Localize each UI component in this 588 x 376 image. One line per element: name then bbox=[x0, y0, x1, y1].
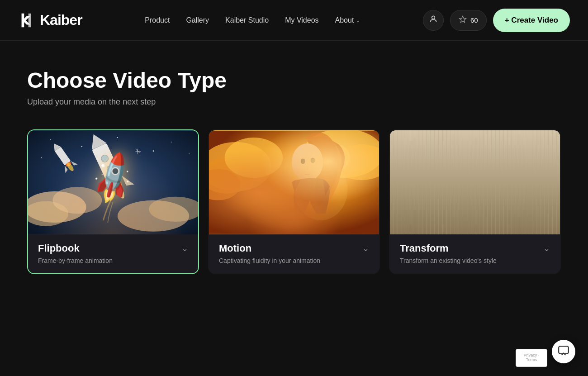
svg-point-13 bbox=[118, 200, 189, 232]
user-profile-button[interactable] bbox=[423, 10, 444, 31]
svg-rect-71 bbox=[421, 217, 422, 234]
svg-point-38 bbox=[303, 130, 379, 178]
header-right: 60 + Create Video bbox=[423, 9, 570, 32]
svg-rect-89 bbox=[502, 217, 503, 234]
card-motion-image bbox=[209, 130, 379, 234]
svg-point-44 bbox=[294, 158, 348, 221]
page-subtitle: Upload your media on the next step bbox=[27, 97, 561, 107]
svg-rect-78 bbox=[453, 217, 454, 234]
chat-icon bbox=[558, 345, 569, 358]
logo[interactable]: Kaiber bbox=[18, 12, 82, 29]
svg-rect-54 bbox=[529, 149, 541, 157]
svg-point-29 bbox=[66, 162, 75, 172]
svg-point-14 bbox=[149, 197, 198, 222]
svg-marker-19 bbox=[100, 182, 113, 198]
svg-rect-46 bbox=[390, 131, 560, 211]
credits-icon bbox=[459, 15, 467, 25]
card-transform-bottom: Transform Transform an existing video's … bbox=[390, 234, 560, 273]
card-flipbook-chevron-down-icon[interactable]: ⌄ bbox=[181, 243, 188, 253]
svg-rect-62 bbox=[390, 215, 560, 234]
svg-point-7 bbox=[153, 150, 154, 152]
card-transform[interactable]: Transform Transform an existing video's … bbox=[389, 129, 561, 274]
card-flipbook-desc: Frame-by-frame animation bbox=[38, 257, 181, 264]
svg-rect-77 bbox=[448, 217, 450, 234]
svg-point-6 bbox=[171, 142, 172, 143]
svg-rect-106 bbox=[390, 227, 560, 234]
svg-rect-67 bbox=[403, 217, 405, 234]
header: Kaiber Product Gallery Kaiber Studio My … bbox=[0, 0, 588, 41]
credits-count: 60 bbox=[470, 16, 478, 24]
create-video-button[interactable]: + Create Video bbox=[493, 9, 570, 32]
svg-rect-59 bbox=[511, 161, 523, 169]
svg-rect-80 bbox=[461, 217, 463, 234]
svg-rect-72 bbox=[426, 217, 427, 234]
card-transform-desc: Transform an existing video's style bbox=[400, 257, 543, 264]
svg-rect-99 bbox=[546, 217, 548, 234]
logo-icon bbox=[18, 12, 35, 29]
svg-rect-55 bbox=[546, 149, 559, 157]
card-transform-chevron-down-icon[interactable]: ⌄ bbox=[543, 243, 550, 253]
nav-kaiber-studio[interactable]: Kaiber Studio bbox=[225, 16, 269, 24]
svg-rect-100 bbox=[551, 217, 552, 234]
video-type-cards: Flipbook Frame-by-frame animation ⌄ bbox=[27, 129, 561, 274]
svg-point-40 bbox=[301, 141, 350, 175]
svg-rect-75 bbox=[439, 217, 441, 234]
card-flipbook-image bbox=[28, 130, 198, 234]
svg-rect-98 bbox=[542, 217, 543, 234]
svg-rect-65 bbox=[394, 217, 396, 234]
svg-rect-64 bbox=[390, 217, 391, 234]
svg-marker-20 bbox=[122, 172, 134, 188]
svg-rect-97 bbox=[538, 217, 539, 234]
svg-point-3 bbox=[50, 139, 51, 140]
svg-rect-51 bbox=[453, 149, 465, 157]
svg-point-17 bbox=[100, 154, 109, 163]
svg-point-28 bbox=[65, 161, 72, 167]
recaptcha-text: Privacy · Terms bbox=[522, 353, 541, 362]
svg-rect-2 bbox=[28, 131, 198, 234]
svg-rect-83 bbox=[475, 217, 476, 234]
svg-rect-52 bbox=[493, 149, 506, 157]
svg-rect-94 bbox=[524, 217, 526, 234]
svg-point-12 bbox=[52, 187, 102, 214]
nav-gallery[interactable]: Gallery bbox=[186, 16, 209, 24]
svg-rect-87 bbox=[493, 217, 494, 234]
svg-rect-85 bbox=[484, 217, 485, 234]
card-motion[interactable]: Motion Captivating fluidity in your anim… bbox=[208, 129, 380, 274]
svg-rect-84 bbox=[479, 217, 481, 234]
svg-point-36 bbox=[225, 138, 283, 178]
nav-about[interactable]: About ⌄ bbox=[335, 16, 360, 24]
card-flipbook-info: Flipbook Frame-by-frame animation bbox=[38, 243, 181, 264]
svg-rect-58 bbox=[435, 161, 447, 169]
svg-rect-56 bbox=[399, 161, 412, 169]
svg-point-10 bbox=[28, 191, 86, 223]
svg-rect-66 bbox=[399, 217, 400, 234]
svg-point-104 bbox=[484, 133, 498, 143]
card-transform-image bbox=[390, 130, 560, 234]
svg-point-5 bbox=[117, 137, 118, 138]
svg-point-102 bbox=[434, 150, 447, 164]
card-flipbook-title: Flipbook bbox=[38, 243, 181, 254]
svg-point-9 bbox=[189, 153, 190, 154]
card-transform-info: Transform Transform an existing video's … bbox=[400, 243, 543, 264]
svg-rect-53 bbox=[511, 149, 523, 157]
svg-point-103 bbox=[483, 136, 499, 142]
svg-rect-15 bbox=[92, 143, 122, 182]
svg-rect-60 bbox=[529, 161, 541, 169]
svg-rect-68 bbox=[408, 217, 409, 234]
svg-rect-74 bbox=[435, 217, 436, 234]
svg-point-18 bbox=[106, 165, 113, 172]
svg-rect-63 bbox=[390, 214, 560, 216]
card-motion-chevron-down-icon[interactable]: ⌄ bbox=[362, 243, 369, 253]
svg-point-8 bbox=[41, 157, 42, 158]
nav-product[interactable]: Product bbox=[145, 16, 170, 24]
svg-point-39 bbox=[332, 144, 379, 180]
svg-rect-91 bbox=[511, 217, 512, 234]
svg-point-23 bbox=[113, 181, 126, 200]
nav-my-videos[interactable]: My Videos bbox=[285, 16, 318, 24]
svg-point-34 bbox=[209, 142, 272, 191]
credits-button[interactable]: 60 bbox=[450, 10, 487, 31]
card-transform-title: Transform bbox=[400, 243, 543, 254]
svg-point-43 bbox=[311, 158, 315, 163]
chat-widget[interactable] bbox=[552, 340, 575, 363]
card-flipbook[interactable]: Flipbook Frame-by-frame animation ⌄ bbox=[27, 129, 199, 274]
